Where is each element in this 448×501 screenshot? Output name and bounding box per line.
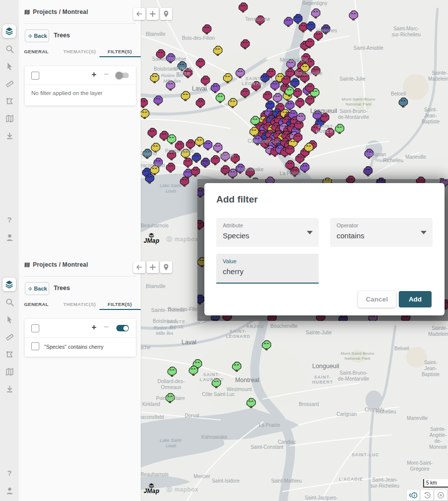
tree-marker[interactable] bbox=[197, 295, 204, 304]
tree-marker[interactable] bbox=[166, 394, 175, 403]
tree-marker[interactable] bbox=[141, 99, 148, 108]
tree-marker[interactable] bbox=[202, 25, 211, 34]
tree-marker[interactable] bbox=[168, 367, 177, 377]
tree-marker[interactable] bbox=[181, 149, 190, 159]
tree-marker[interactable] bbox=[186, 140, 195, 149]
tree-marker[interactable] bbox=[363, 167, 372, 176]
mapbox-attribution[interactable]: Ⓢ mapbox bbox=[166, 486, 198, 494]
info-button[interactable] bbox=[407, 490, 419, 501]
tool-measure[interactable] bbox=[5, 332, 14, 341]
remove-filter-button[interactable]: − bbox=[104, 70, 109, 80]
tree-marker[interactable] bbox=[156, 50, 165, 59]
tree-marker[interactable] bbox=[321, 25, 330, 34]
tool-measure[interactable] bbox=[5, 79, 14, 88]
tool-search[interactable] bbox=[5, 44, 14, 53]
tree-marker[interactable] bbox=[166, 163, 175, 173]
tree-marker[interactable] bbox=[203, 141, 212, 150]
tree-marker[interactable] bbox=[195, 137, 204, 147]
tool-export[interactable] bbox=[5, 385, 14, 394]
back-button[interactable]: Back bbox=[25, 282, 49, 295]
tree-marker[interactable] bbox=[399, 98, 408, 107]
tree-marker[interactable] bbox=[181, 92, 190, 101]
back-button[interactable]: Back bbox=[25, 29, 49, 42]
tree-marker[interactable] bbox=[213, 46, 222, 56]
collapse-panel-button[interactable] bbox=[133, 8, 145, 20]
tree-marker[interactable] bbox=[241, 40, 250, 49]
tool-basemap[interactable] bbox=[5, 367, 14, 376]
filters-toggle-on[interactable] bbox=[116, 325, 129, 331]
tree-marker[interactable] bbox=[231, 154, 240, 164]
tab-thematics[interactable]: THEMATIC(S) bbox=[62, 301, 97, 307]
tree-marker[interactable] bbox=[178, 62, 186, 71]
tree-marker[interactable] bbox=[150, 74, 159, 83]
operator-select[interactable]: Operator contains bbox=[330, 218, 433, 247]
tree-marker[interactable] bbox=[192, 153, 201, 163]
tree-marker[interactable] bbox=[284, 17, 293, 27]
tool-polygon-select[interactable] bbox=[5, 97, 14, 105]
tree-marker[interactable] bbox=[221, 152, 230, 162]
app: RepentignyTerrebonneBlainvilleBois-des-F… bbox=[0, 0, 448, 501]
tool-polygon-select[interactable] bbox=[5, 350, 14, 359]
tab-filters[interactable]: FILTER(S) bbox=[102, 49, 137, 54]
remove-filter-button[interactable]: − bbox=[104, 322, 109, 332]
attribute-select[interactable]: Attribute Species bbox=[216, 218, 319, 247]
collapse-panel-button[interactable] bbox=[133, 261, 145, 273]
tree-marker[interactable] bbox=[175, 141, 184, 151]
filter-row[interactable]: "Species" contains cherry bbox=[25, 338, 136, 357]
filter-checkbox[interactable] bbox=[31, 342, 39, 350]
cancel-button[interactable]: Cancel bbox=[358, 291, 396, 307]
locate-button[interactable] bbox=[160, 261, 172, 273]
tree-marker[interactable] bbox=[306, 22, 315, 31]
mapbox-attribution[interactable]: Ⓢ mapbox bbox=[166, 235, 198, 244]
tree-marker[interactable] bbox=[141, 109, 149, 119]
tree-marker[interactable] bbox=[211, 156, 220, 165]
help-button[interactable]: ? bbox=[5, 468, 14, 477]
tool-layers[interactable] bbox=[2, 278, 16, 291]
tree-marker[interactable] bbox=[148, 128, 157, 138]
attribution-button[interactable] bbox=[435, 490, 447, 501]
tool-select[interactable] bbox=[5, 315, 14, 324]
tree-marker[interactable] bbox=[201, 158, 210, 168]
add-button[interactable]: Add bbox=[399, 291, 432, 307]
add-filter-button[interactable]: + bbox=[91, 322, 96, 332]
value-input[interactable]: Value cherry bbox=[216, 254, 319, 284]
tab-thematics[interactable]: THEMATIC(S) bbox=[62, 49, 97, 54]
user-button[interactable] bbox=[5, 233, 14, 242]
tree-marker[interactable] bbox=[311, 9, 320, 18]
tree-marker[interactable] bbox=[143, 149, 152, 159]
tab-general[interactable]: GENERAL bbox=[19, 49, 54, 54]
tree-marker[interactable] bbox=[167, 151, 176, 160]
tool-search[interactable] bbox=[5, 298, 14, 306]
tool-export[interactable] bbox=[5, 131, 14, 140]
tree-marker[interactable] bbox=[256, 16, 265, 25]
tree-marker[interactable] bbox=[239, 3, 248, 12]
tree-marker[interactable] bbox=[314, 31, 323, 41]
tree-marker[interactable] bbox=[166, 54, 175, 63]
zoom-in-button[interactable] bbox=[147, 8, 159, 20]
locate-button[interactable] bbox=[160, 8, 172, 20]
tool-select[interactable] bbox=[5, 62, 14, 71]
tree-marker[interactable] bbox=[197, 220, 204, 230]
tree-marker[interactable] bbox=[213, 143, 222, 153]
tab-filters[interactable]: FILTER(S) bbox=[102, 301, 137, 307]
zoom-in-button[interactable] bbox=[147, 261, 159, 273]
tool-layers[interactable] bbox=[2, 24, 16, 38]
help-button[interactable]: ? bbox=[5, 215, 14, 224]
user-button[interactable] bbox=[5, 486, 14, 495]
select-all-checkbox[interactable] bbox=[31, 72, 39, 80]
tree-marker[interactable] bbox=[325, 128, 334, 138]
tree-marker[interactable] bbox=[183, 69, 192, 78]
tree-marker[interactable] bbox=[197, 188, 205, 198]
tree-marker[interactable] bbox=[166, 81, 175, 91]
tree-marker[interactable] bbox=[150, 166, 159, 175]
tree-marker[interactable] bbox=[151, 143, 160, 153]
add-filter-button[interactable]: + bbox=[91, 70, 96, 80]
filters-toggle-off[interactable] bbox=[116, 73, 129, 78]
tool-basemap[interactable] bbox=[5, 114, 14, 123]
select-all-checkbox[interactable] bbox=[31, 324, 39, 332]
tree-marker[interactable] bbox=[335, 124, 344, 134]
tab-general[interactable]: GENERAL bbox=[19, 301, 54, 307]
tree-marker[interactable] bbox=[196, 59, 205, 68]
history-button[interactable] bbox=[421, 490, 433, 501]
tree-marker[interactable] bbox=[246, 168, 255, 178]
